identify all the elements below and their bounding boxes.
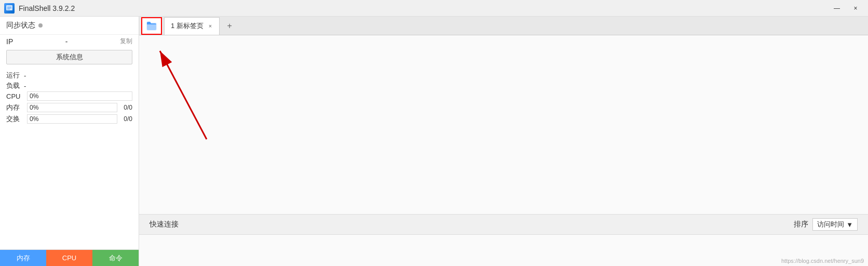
status-dot xyxy=(38,23,43,28)
swap-label: 交换 xyxy=(6,114,23,124)
minimize-button[interactable]: — xyxy=(829,2,845,15)
new-tab-button[interactable]: + xyxy=(222,19,237,33)
folder-button[interactable] xyxy=(141,17,162,35)
content-area: 1 新标签页 × + 快速连接 排序 xyxy=(139,17,868,266)
mem-value: 0% xyxy=(30,104,38,111)
cpu-value: 0% xyxy=(30,92,38,100)
svg-rect-2 xyxy=(7,8,11,8)
ip-label: IP xyxy=(6,37,13,46)
title-bar-controls: — × xyxy=(829,2,864,15)
arrow-annotation xyxy=(139,35,243,150)
tab-1-close[interactable]: × xyxy=(208,23,213,30)
run-label: 运行 xyxy=(6,71,20,80)
sidebar-tab-memory[interactable]: 内存 xyxy=(0,250,46,266)
title-bar: FinalShell 3.9.2.2 — × xyxy=(0,0,868,17)
load-label: 负载 xyxy=(6,81,20,90)
cpu-bar: 0% xyxy=(27,91,132,101)
swap-stat-row: 交换 0% 0/0 xyxy=(6,114,132,124)
swap-value: 0% xyxy=(30,115,38,123)
sync-status: 同步状态 xyxy=(6,21,43,30)
tab-bar: 1 新标签页 × + xyxy=(139,17,868,35)
svg-rect-3 xyxy=(7,9,10,9)
mem-extra: 0/0 xyxy=(124,104,132,111)
watermark: https://blog.csdn.net/henry_sun9 xyxy=(781,258,864,264)
run-row: 运行 - xyxy=(6,71,132,80)
quick-connect-label: 快速连接 xyxy=(150,220,179,229)
main-layout: 同步状态 IP - 复制 系统信息 运行 - 负载 - CPU 0% xyxy=(0,17,868,266)
stats-section: 运行 - 负载 - CPU 0% 内存 0% 0/0 交换 xyxy=(0,66,139,249)
sort-arrow-icon: ▼ xyxy=(846,221,853,229)
ip-value: - xyxy=(65,37,68,46)
quick-connect-bar: 快速连接 排序 访问时间 ▼ xyxy=(139,214,868,235)
swap-extra: 0/0 xyxy=(124,115,132,123)
load-row: 负载 - xyxy=(6,81,132,90)
sync-label: 同步状态 xyxy=(6,21,35,30)
load-value: - xyxy=(24,82,26,90)
sort-label: 排序 xyxy=(794,220,808,229)
sort-section: 排序 访问时间 ▼ xyxy=(794,218,858,231)
close-button[interactable]: × xyxy=(847,2,864,15)
sort-value: 访问时间 xyxy=(817,220,844,229)
svg-line-5 xyxy=(160,51,207,139)
sidebar-header: 同步状态 xyxy=(0,17,139,35)
mem-bar: 0% xyxy=(27,103,117,112)
ip-row: IP - 复制 xyxy=(0,35,139,48)
mem-label: 内存 xyxy=(6,103,23,112)
run-value: - xyxy=(24,72,26,79)
sidebar-tab-cmd[interactable]: 命令 xyxy=(92,250,139,266)
title-bar-left: FinalShell 3.9.2.2 xyxy=(4,3,75,14)
sidebar: 同步状态 IP - 复制 系统信息 运行 - 负载 - CPU 0% xyxy=(0,17,139,266)
sort-dropdown[interactable]: 访问时间 ▼ xyxy=(812,218,858,231)
cpu-label: CPU xyxy=(6,92,23,100)
mem-stat-row: 内存 0% 0/0 xyxy=(6,103,132,112)
copy-button[interactable]: 复制 xyxy=(120,37,132,46)
tab-1[interactable]: 1 新标签页 × xyxy=(164,17,220,35)
sidebar-tab-cpu[interactable]: CPU xyxy=(46,250,92,266)
tab-1-label: 1 新标签页 xyxy=(171,21,204,31)
sys-info-button[interactable]: 系统信息 xyxy=(6,50,132,64)
app-title: FinalShell 3.9.2.2 xyxy=(19,4,75,12)
sidebar-tabs: 内存 CPU 命令 xyxy=(0,249,139,266)
svg-rect-1 xyxy=(7,7,11,7)
cpu-stat-row: CPU 0% xyxy=(6,91,132,101)
main-content: 快速连接 排序 访问时间 ▼ https://blog.csdn.net/hen… xyxy=(139,35,868,266)
swap-bar: 0% xyxy=(27,114,117,124)
app-icon xyxy=(4,3,15,14)
